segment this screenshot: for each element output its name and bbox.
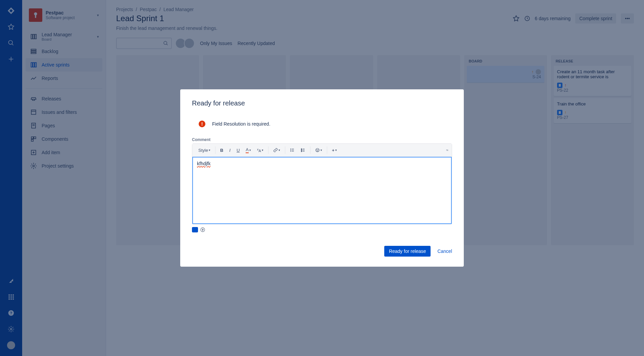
text-color-button[interactable]: A ▾ (243, 146, 254, 154)
error-icon: ! (199, 121, 205, 127)
clear-format-button[interactable]: xA▾ (254, 146, 266, 154)
style-dropdown[interactable]: Style▾ (196, 146, 213, 154)
error-message: Field Resolution is required. (212, 121, 270, 127)
bold-button[interactable]: B (217, 146, 226, 154)
transition-modal: Ready for release ! Field Resolution is … (180, 89, 464, 267)
insert-button[interactable]: +▾ (329, 146, 340, 154)
collapse-toolbar-icon[interactable]: ≈ (446, 148, 448, 152)
rich-editor: Style▾ B I U A ▾ xA▾ ▾ 123 ▾ +▾ ≈ (192, 143, 452, 224)
editor-toolbar: Style▾ B I U A ▾ xA▾ ▾ 123 ▾ +▾ ≈ (192, 144, 452, 157)
modal-title: Ready for release (192, 99, 452, 107)
italic-button[interactable]: I (227, 146, 233, 154)
number-list-button[interactable]: 123 (298, 146, 308, 154)
svg-point-49 (291, 151, 291, 151)
link-button[interactable]: ▾ (270, 146, 283, 154)
svg-text:3: 3 (301, 150, 302, 152)
bullet-list-button[interactable] (287, 146, 297, 154)
modal-overlay: Ready for release ! Field Resolution is … (0, 0, 644, 356)
svg-point-47 (291, 150, 291, 150)
comment-textarea[interactable]: kfhdjfk (192, 157, 452, 224)
svg-text:?: ? (202, 228, 203, 231)
help-icon[interactable]: ? (200, 227, 205, 232)
svg-point-45 (291, 149, 291, 149)
cancel-button[interactable]: Cancel (437, 249, 452, 254)
svg-point-57 (316, 148, 319, 152)
emoji-button[interactable]: ▾ (312, 146, 325, 154)
comment-label: Comment (192, 137, 452, 142)
svg-point-59 (318, 149, 318, 150)
submit-button[interactable]: Ready for release (384, 246, 431, 257)
visual-mode-icon[interactable] (192, 227, 198, 232)
underline-button[interactable]: U (234, 146, 242, 154)
svg-point-58 (317, 149, 317, 150)
error-banner: ! Field Resolution is required. (192, 121, 452, 127)
